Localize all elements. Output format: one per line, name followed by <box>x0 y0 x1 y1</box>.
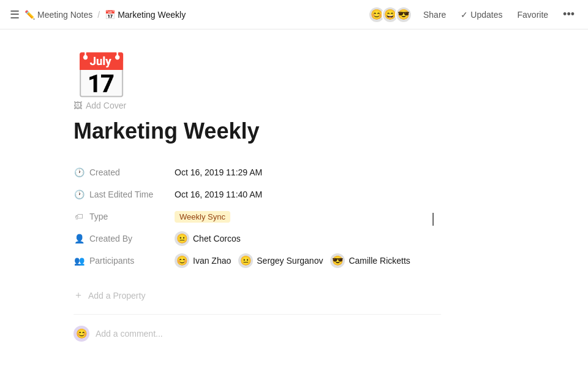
property-value-last-edited[interactable]: Oct 16, 2019 11:40 AM <box>175 190 441 199</box>
person-ivan: 😊 Ivan Zhao <box>175 253 231 268</box>
sergey-avatar: 😐 <box>238 253 253 268</box>
camille-avatar: 😎 <box>330 253 345 268</box>
comment-user-avatar: 😊 <box>74 326 89 342</box>
content-divider <box>74 314 441 315</box>
breadcrumb: ☰ ✏️ Meeting Notes / 📅 Marketing Weekly <box>10 8 186 21</box>
property-label-created: 🕐 Created <box>74 167 175 177</box>
avatar-3: 😎 <box>395 6 412 23</box>
property-label-participants: 👥 Participants <box>74 256 175 266</box>
property-label-last-edited: 🕐 Last Edited Time <box>74 190 175 199</box>
property-label-created-by: 👤 Created By <box>74 234 175 243</box>
updates-button[interactable]: ✓ Updates <box>457 7 506 22</box>
property-created-by: 👤 Created By 😐 Chet Corcos <box>74 228 441 250</box>
type-tag[interactable]: Weekly Sync <box>175 211 230 223</box>
clock-icon: 🕐 <box>74 167 85 177</box>
add-comment-area[interactable]: 😊 Add a comment... <box>74 322 551 345</box>
property-value-created[interactable]: Oct 16, 2019 11:29 AM <box>175 167 441 177</box>
person-icon: 👤 <box>74 234 85 243</box>
people-icon: 👥 <box>74 256 85 266</box>
share-button[interactable]: Share <box>420 7 450 22</box>
menu-icon[interactable]: ☰ <box>10 8 20 21</box>
chet-avatar: 😐 <box>175 231 189 246</box>
more-options-button[interactable]: ••• <box>559 6 578 23</box>
property-value-type[interactable]: Weekly Sync <box>175 211 441 223</box>
properties-section: 🕐 Created Oct 16, 2019 11:29 AM 🕐 Last E… <box>74 161 441 272</box>
collaborator-avatars: 😊 😄 😎 <box>368 6 412 23</box>
camille-name: Camille Ricketts <box>349 256 410 266</box>
topbar: ☰ ✏️ Meeting Notes / 📅 Marketing Weekly … <box>0 0 588 29</box>
person-chet: 😐 Chet Corcos <box>175 231 441 246</box>
ivan-avatar: 😊 <box>175 253 189 268</box>
page-icon[interactable]: 📅 <box>74 54 551 98</box>
image-icon: 🖼 <box>74 101 82 110</box>
favorite-button[interactable]: Favorite <box>514 7 552 22</box>
tag-icon: 🏷 <box>74 212 85 221</box>
main-content: 📅 🖼 Add Cover Marketing Weekly 🕐 Created… <box>0 29 588 368</box>
participants-list: 😊 Ivan Zhao 😐 Sergey Surganov 😎 Camille … <box>175 253 441 268</box>
calendar-icon: 📅 <box>105 10 115 20</box>
property-type: 🏷 Type Weekly Sync <box>74 205 441 228</box>
topbar-actions: 😊 😄 😎 Share ✓ Updates Favorite ••• <box>368 6 578 23</box>
breadcrumb-separator: / <box>97 10 100 20</box>
page-title[interactable]: Marketing Weekly <box>74 118 551 144</box>
page-icon-wrapper: 📅 🖼 Add Cover <box>74 54 551 110</box>
person-camille: 😎 Camille Ricketts <box>330 253 410 268</box>
check-icon: ✓ <box>461 10 468 20</box>
property-value-created-by[interactable]: 😐 Chet Corcos <box>175 231 441 246</box>
clock-icon-2: 🕐 <box>74 190 85 199</box>
property-participants: 👥 Participants 😊 Ivan Zhao 😐 Sergey Surg… <box>74 250 441 272</box>
property-created: 🕐 Created Oct 16, 2019 11:29 AM <box>74 161 441 183</box>
breadcrumb-marketing-weekly[interactable]: 📅 Marketing Weekly <box>105 10 186 20</box>
meeting-notes-icon: ✏️ <box>24 10 35 20</box>
add-comment-placeholder: Add a comment... <box>96 329 163 339</box>
chet-name: Chet Corcos <box>193 234 241 243</box>
breadcrumb-meeting-notes[interactable]: ✏️ Meeting Notes <box>24 10 92 20</box>
property-label-type: 🏷 Type <box>74 212 175 221</box>
person-sergey: 😐 Sergey Surganov <box>238 253 323 268</box>
property-last-edited: 🕐 Last Edited Time Oct 16, 2019 11:40 AM <box>74 183 441 205</box>
property-value-participants[interactable]: 😊 Ivan Zhao 😐 Sergey Surganov 😎 Camille … <box>175 253 441 268</box>
plus-icon: ＋ <box>74 289 83 302</box>
ivan-name: Ivan Zhao <box>193 256 231 266</box>
add-cover-button[interactable]: 🖼 Add Cover <box>74 101 551 110</box>
add-property-button[interactable]: ＋ Add a Property <box>74 284 551 307</box>
sergey-name: Sergey Surganov <box>257 256 323 266</box>
